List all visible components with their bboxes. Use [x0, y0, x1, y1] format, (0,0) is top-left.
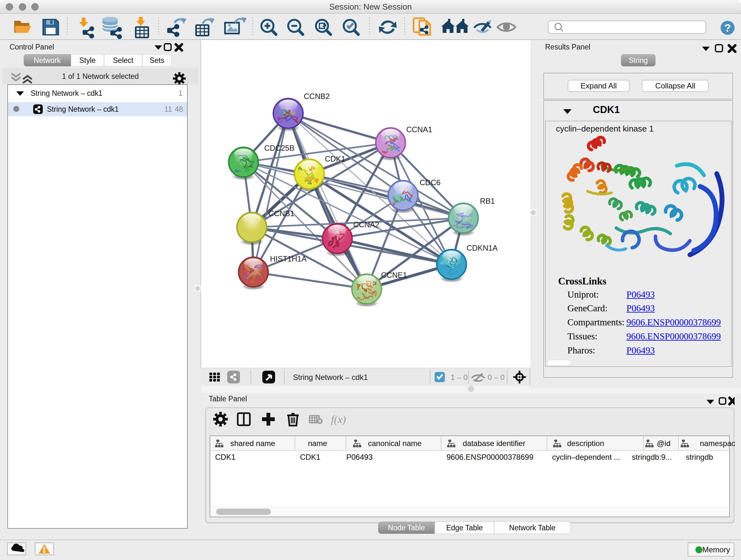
svg-text:CCNA1: CCNA1	[406, 125, 432, 134]
svg-text:CCNB1: CCNB1	[268, 209, 294, 218]
svg-text:CCNB2: CCNB2	[304, 92, 330, 101]
svg-text:HIST1H1A: HIST1H1A	[270, 254, 307, 263]
svg-text:?: ?	[724, 22, 731, 34]
svg-text:CDK1: CDK1	[325, 154, 345, 163]
svg-text:CCNA2: CCNA2	[353, 220, 379, 229]
svg-text:CDKN1A: CDKN1A	[467, 244, 497, 252]
svg-text:RB1: RB1	[480, 197, 495, 205]
svg-text:1 – 0: 1 – 0	[451, 373, 468, 381]
svg-text:String Network – cdk1: String Network – cdk1	[293, 373, 368, 381]
svg-text:CDC25B: CDC25B	[264, 144, 294, 152]
svg-text:f(x): f(x)	[331, 414, 346, 426]
svg-text:0 – 0: 0 – 0	[488, 373, 504, 381]
svg-text:CDC6: CDC6	[420, 178, 441, 187]
svg-text:CCNE1: CCNE1	[381, 271, 407, 279]
